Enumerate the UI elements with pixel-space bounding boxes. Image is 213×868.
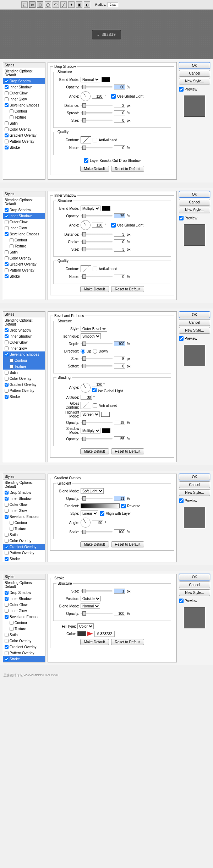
style-bevel-emboss[interactable]: Bevel and Emboss <box>3 351 45 357</box>
direction-down-radio[interactable] <box>93 349 97 354</box>
style-pattern-overlay[interactable]: Pattern Overlay <box>3 388 45 394</box>
blending-options-row[interactable]: Blending Options: Default <box>3 197 45 207</box>
style-color-overlay[interactable]: Color Overlay <box>3 376 45 382</box>
style-satin[interactable]: Satin <box>3 370 45 376</box>
tool-line-icon[interactable]: ╱ <box>60 1 67 8</box>
contour-picker[interactable] <box>81 265 91 272</box>
direction-up-radio[interactable] <box>81 349 85 354</box>
style-texture[interactable]: Texture <box>3 243 45 249</box>
style-texture[interactable]: Texture <box>3 364 45 370</box>
opacity-slider[interactable] <box>81 215 113 217</box>
reset-default-button[interactable]: Reset to Default <box>111 166 144 172</box>
tool-roundrect-icon[interactable]: ▢ <box>37 1 43 8</box>
style-inner-shadow[interactable]: Inner Shadow <box>3 84 45 90</box>
angle-dial[interactable] <box>81 518 91 528</box>
style-outer-glow[interactable]: Outer Glow <box>3 339 45 345</box>
style-outer-glow[interactable]: Outer Glow <box>3 602 45 608</box>
style-color-overlay[interactable]: Color Overlay <box>3 638 45 644</box>
reset-default-button[interactable]: Reset to Default <box>111 286 144 292</box>
noise-input[interactable] <box>114 274 125 279</box>
style-color-overlay[interactable]: Color Overlay <box>3 126 45 132</box>
ok-button[interactable]: OK <box>179 574 210 580</box>
style-stroke[interactable]: Stroke <box>3 273 45 279</box>
noise-input[interactable] <box>114 145 125 150</box>
tool-more-icon[interactable]: ◐ <box>84 1 90 8</box>
radius-input[interactable] <box>108 2 118 7</box>
opacity-slider[interactable] <box>81 498 113 499</box>
size-slider[interactable] <box>81 120 113 121</box>
style-checkbox[interactable] <box>5 79 9 83</box>
style-inner-shadow[interactable]: Inner Shadow <box>3 333 45 339</box>
scale-input[interactable] <box>114 529 125 534</box>
style-stroke[interactable]: Stroke <box>3 144 45 151</box>
spread-input[interactable] <box>114 110 125 115</box>
global-light-checkbox[interactable] <box>111 94 116 99</box>
style-drop-shadow[interactable]: Drop Shadow <box>3 490 45 496</box>
style-bevel-emboss[interactable]: Bevel and Emboss <box>3 102 45 108</box>
sh-opacity-slider[interactable] <box>81 438 113 440</box>
tool-ellipse-icon[interactable]: ◯ <box>45 1 51 8</box>
style-checkbox[interactable] <box>10 109 13 113</box>
blending-options-row[interactable]: Blending Options: Default <box>3 68 45 78</box>
style-inner-shadow[interactable]: Inner Shadow <box>3 213 45 219</box>
anti-aliased-checkbox[interactable] <box>93 267 97 271</box>
new-style-button[interactable]: New Style... <box>179 78 210 84</box>
preview-checkbox[interactable] <box>179 599 184 603</box>
make-default-button[interactable]: Make Default <box>80 166 109 172</box>
opacity-slider[interactable] <box>81 613 113 614</box>
style-contour[interactable]: Contour <box>3 620 45 626</box>
soften-input[interactable] <box>114 364 125 369</box>
blending-options-row[interactable]: Blending Options: Default <box>3 580 45 590</box>
style-gradient-overlay[interactable]: Gradient Overlay <box>3 544 45 550</box>
style-bevel-emboss[interactable]: Bevel and Emboss <box>3 614 45 620</box>
style-color-overlay[interactable]: Color Overlay <box>3 538 45 544</box>
style-inner-glow[interactable]: Inner Glow <box>3 508 45 514</box>
opacity-input[interactable] <box>114 611 125 616</box>
make-default-button[interactable]: Make Default <box>80 448 109 454</box>
blend-mode-select[interactable]: Normal <box>81 603 100 609</box>
style-contour[interactable]: Contour <box>3 108 45 114</box>
style-gradient-overlay[interactable]: Gradient Overlay <box>3 132 45 138</box>
choke-slider[interactable] <box>81 241 113 242</box>
new-style-button[interactable]: New Style... <box>179 327 210 334</box>
opacity-slider[interactable] <box>81 86 113 88</box>
style-checkbox[interactable] <box>5 140 9 143</box>
global-light-checkbox[interactable] <box>92 388 97 392</box>
preview-checkbox[interactable] <box>179 336 184 341</box>
angle-input[interactable] <box>92 94 103 99</box>
gloss-contour-picker[interactable] <box>81 402 91 409</box>
cancel-button[interactable]: Cancel <box>179 70 210 77</box>
spread-slider[interactable] <box>81 112 113 114</box>
stroke-color-swatch[interactable] <box>77 631 86 636</box>
shadow-color-swatch[interactable] <box>102 77 110 82</box>
size-input[interactable] <box>114 247 125 252</box>
shadow-mode-select[interactable]: Multiply <box>81 428 100 433</box>
angle-input[interactable] <box>92 520 103 525</box>
style-checkbox[interactable] <box>5 133 9 137</box>
style-inner-glow[interactable]: Inner Glow <box>3 225 45 231</box>
gradient-picker[interactable] <box>81 503 120 508</box>
style-satin[interactable]: Satin <box>3 632 45 638</box>
style-checkbox[interactable] <box>5 91 9 95</box>
style-pattern-overlay[interactable]: Pattern Overlay <box>3 267 45 273</box>
new-style-button[interactable]: New Style... <box>179 207 210 213</box>
cancel-button[interactable]: Cancel <box>179 481 210 488</box>
style-checkbox[interactable] <box>10 115 13 119</box>
preview-checkbox[interactable] <box>179 216 184 220</box>
noise-slider[interactable] <box>81 147 113 148</box>
style-checkbox[interactable] <box>5 121 9 125</box>
angle-input[interactable] <box>92 223 103 228</box>
style-texture[interactable]: Texture <box>3 526 45 532</box>
gradient-style-select[interactable]: Linear <box>81 511 98 516</box>
style-inner-shadow[interactable]: Inner Shadow <box>3 596 45 602</box>
position-select[interactable]: Outside <box>81 596 101 601</box>
style-drop-shadow[interactable]: Drop Shadow <box>3 207 45 213</box>
style-drop-shadow[interactable]: Drop Shadow <box>3 590 45 596</box>
make-default-button[interactable]: Make Default <box>80 286 109 292</box>
depth-slider[interactable] <box>81 343 113 344</box>
style-outer-glow[interactable]: Outer Glow <box>3 219 45 225</box>
preview-checkbox[interactable] <box>179 87 184 92</box>
tool-pen-icon[interactable]: ⬚ <box>21 1 28 8</box>
scale-slider[interactable] <box>81 531 113 533</box>
distance-slider[interactable] <box>81 234 113 235</box>
